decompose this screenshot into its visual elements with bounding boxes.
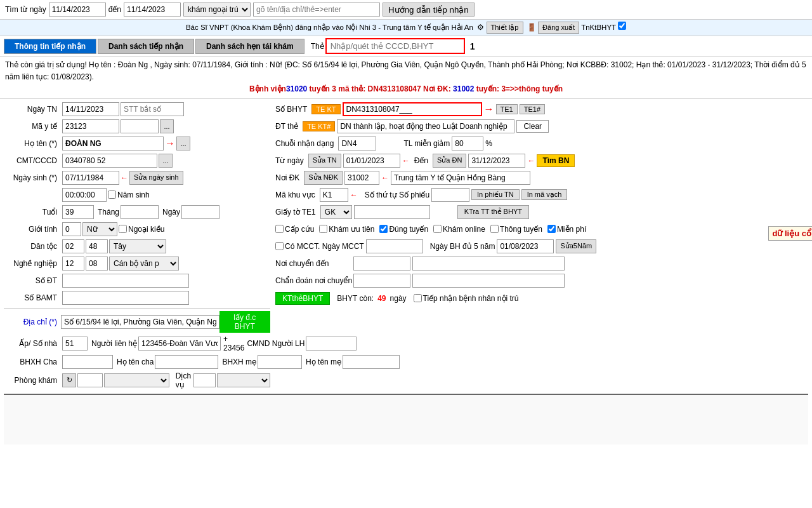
danh-sach-hen-tai-kham-btn[interactable]: Danh sách hẹn tái khám [195,39,304,54]
dung-tuyen-checkbox[interactable] [379,225,388,233]
dan-toc-input2[interactable] [86,239,108,253]
dan-toc-select[interactable]: Tây [109,239,166,253]
thiet-lap-btn[interactable]: Thiết lập [487,22,523,34]
mien-phi-label[interactable]: Miễn phí [547,225,586,234]
trung-tam-input[interactable] [391,171,530,185]
dich-vu-input[interactable] [193,373,216,387]
the-input[interactable] [325,38,465,54]
lay-dc-bhyt-btn[interactable]: lấy đ.c BHYT [219,311,270,333]
dich-vu-select[interactable] [217,373,270,387]
in-ma-vach-btn[interactable]: In mã vạch [521,189,568,200]
phong-kham-select[interactable] [104,373,169,387]
time-input[interactable] [62,188,107,202]
cap-cuu-checkbox[interactable] [275,225,284,233]
in-phieu-tn-btn[interactable]: In phiếu TN [471,189,520,200]
gioi-tinh-input[interactable] [62,222,81,236]
noi-dk-input[interactable] [344,171,379,185]
giay-to-input[interactable] [354,205,430,219]
so-phieu-input[interactable] [431,188,469,202]
thong-tuyen-label[interactable]: Thông tuyến [490,225,542,234]
thang-input[interactable] [121,205,159,219]
co-mcct-label[interactable]: Có MCCT. Ngày MCCT [275,242,364,251]
co-mcct-checkbox[interactable] [275,242,284,250]
so-bamt-input[interactable] [62,291,189,305]
ap-input[interactable] [62,337,88,351]
dung-tuyen-label[interactable]: Đúng tuyến [379,225,428,234]
huong-dan-btn[interactable]: Hướng dẫn tiếp nhận [383,3,475,17]
tu-ngay-input[interactable] [343,154,400,168]
chan-doan-input2[interactable] [412,274,565,288]
noi-chuyen-den-input2[interactable] [412,257,565,271]
ktra-tt-btn[interactable]: KTra TT thẻ BHYT [457,205,529,219]
thong-tin-tiep-nhan-btn[interactable]: Thông tin tiếp nhận [4,39,96,54]
kt-the-bhyt-btn[interactable]: KTthẻBHYT [275,292,330,305]
tiep-nhan-noi-tru-checkbox[interactable] [414,294,422,302]
te1-btn[interactable]: TE1 [496,104,518,114]
ma-y-te-input[interactable] [62,119,119,133]
ma-kv-input[interactable] [320,188,348,202]
dang-xuat-btn[interactable]: Đăng xuất [538,22,579,34]
den-input[interactable] [468,154,525,168]
tim-bn-btn[interactable]: Tìm BN [537,154,575,167]
noi-chuyen-den-input1[interactable] [353,257,410,271]
cmt-dots-btn[interactable]: ... [159,154,173,168]
ma-y-te-extra-input[interactable] [121,119,159,133]
nguoi-lien-he-input[interactable] [138,337,221,351]
stt-bat-so-input[interactable] [121,102,184,116]
sua-dn-btn[interactable]: Sửa ĐN [433,154,466,168]
dia-chi-input[interactable] [61,315,219,329]
ngay-bh-input[interactable] [497,239,554,253]
tiep-nhan-noi-tru-label[interactable]: Tiếp nhận bệnh nhân nội trú [414,294,519,303]
thong-tuyen-checkbox[interactable] [490,225,499,233]
ho-ten-cha-input[interactable] [155,355,218,369]
tu-ngay-label: Từ ngày [275,156,306,165]
ho-ten-dots-btn[interactable]: ... [176,137,190,150]
te-kt-btn[interactable]: TE KT [311,104,340,114]
phong-kham-refresh-btn[interactable]: ↻ [62,373,76,387]
dan-toc-input1[interactable] [62,239,84,253]
so-dt-input[interactable] [62,274,189,288]
sua-tn-btn[interactable]: Sửa TN [308,154,341,168]
chan-doan-input1[interactable] [353,274,410,288]
chuoi-input[interactable] [338,137,376,150]
kham-uu-tien-checkbox[interactable] [319,225,327,233]
tnktbhyt-checkbox[interactable] [618,22,626,30]
date-to-input[interactable] [124,3,181,17]
kham-online-checkbox[interactable] [433,225,442,233]
giay-to-select[interactable]: GK [320,205,352,219]
ngay-mcct-input[interactable] [366,239,423,253]
cap-cuu-label[interactable]: Cấp cứu [275,225,314,234]
kham-select[interactable]: khám ngoại trú khám nội trú [183,3,251,17]
go-ten-input[interactable] [253,3,380,17]
ngay-tn-input[interactable] [62,102,119,116]
clear-btn[interactable]: Clear [516,120,549,133]
kham-online-label[interactable]: Khám online [433,225,485,234]
phong-kham-input[interactable] [77,373,103,387]
tuoi-input[interactable] [62,205,94,219]
du-lieu-co-label: dữ liệu cổ [768,226,812,241]
dt-the-input[interactable] [337,119,514,133]
kham-uu-tien-label[interactable]: Khám ưu tiên [319,225,374,234]
bhxh-cha-input[interactable] [62,355,113,369]
nghe-select[interactable]: Cán bộ văn p [109,257,179,271]
gioi-tinh-select[interactable]: Nữ Nam [82,222,117,236]
tl-input[interactable] [452,137,483,150]
te-kt-hash-btn[interactable]: TE KT# [303,121,335,131]
mien-phi-checkbox[interactable] [547,225,556,233]
ho-ten-input[interactable] [62,137,164,150]
sua-ndk-btn[interactable]: Sửa NĐK [304,171,343,185]
date-from-input[interactable] [49,3,106,17]
cmt-input[interactable] [62,154,157,168]
ngay-tuoi-input[interactable] [181,205,219,219]
ngay-sinh-input[interactable] [62,171,119,185]
danh-sach-tiep-nhan-btn[interactable]: Danh sách tiếp nhận [98,39,194,54]
nghe-input2[interactable] [86,257,108,271]
nam-sinh-checkbox[interactable] [108,190,116,199]
sua-ngay-sinh-btn[interactable]: Sửa ngày sinh [129,171,183,185]
sua5nam-btn[interactable]: Sửa5Năm [556,239,596,253]
so-bhyt-input[interactable] [343,102,482,116]
ma-y-te-dots-btn[interactable]: ... [160,119,174,133]
te1hash-btn[interactable]: TE1# [520,104,545,114]
nghe-input1[interactable] [62,257,84,271]
ngoai-kieu-checkbox[interactable] [119,225,127,233]
